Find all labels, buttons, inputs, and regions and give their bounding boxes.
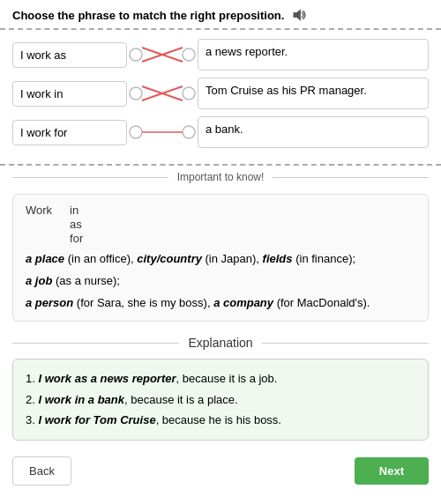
match-right-2: Tom Cruise as his PR manager. (198, 78, 429, 109)
matching-row-1: I work as a news reporter. (12, 39, 429, 70)
important-section: Important to know! (0, 166, 441, 189)
preposition-in: in (70, 204, 83, 217)
next-button[interactable]: Next (355, 457, 429, 485)
explanation-box: 1. I work as a news reporter, because it… (12, 359, 429, 440)
important-line-left (12, 177, 168, 178)
explanation-item-3: 3. I work for Tom Cruise, because he is … (26, 410, 415, 430)
match-connector-3 (127, 116, 198, 148)
important-text: Important to know! (168, 171, 273, 183)
svg-point-2 (183, 48, 195, 61)
match-right-3: a bank. (198, 116, 429, 148)
match-right-1: a news reporter. (198, 39, 429, 70)
grammar-header: Work in as for (26, 204, 415, 245)
explanation-item-1: 1. I work as a news reporter, because it… (26, 368, 415, 389)
matching-section: I work as a news reporter. I work in Tom (0, 30, 441, 166)
svg-point-9 (130, 126, 142, 138)
preposition-as: as (70, 218, 83, 231)
speaker-icon[interactable] (291, 7, 307, 23)
svg-point-5 (130, 87, 142, 100)
grammar-prepositions: in as for (70, 204, 83, 245)
explanation-title: Explanation (179, 336, 261, 350)
grammar-box: Work in as for a place (in an office), c… (12, 194, 429, 322)
matching-row-2: I work in Tom Cruise as his PR manager. (12, 78, 429, 109)
instruction-bar: Choose the phrase to match the right pre… (0, 0, 441, 30)
svg-point-1 (130, 48, 142, 61)
back-button[interactable]: Back (12, 456, 71, 485)
instruction-text: Choose the phrase to match the right pre… (12, 9, 284, 22)
grammar-rule-2: a job (as a nurse); (26, 272, 415, 291)
preposition-for: for (70, 232, 83, 245)
match-left-3: I work for (12, 120, 127, 145)
match-connector-1 (127, 39, 198, 70)
grammar-rule-1: a place (in an office), city/country (in… (26, 250, 415, 269)
explanation-item-2: 2. I work in a bank, because it is a pla… (26, 389, 415, 410)
important-line-right (273, 177, 429, 178)
matching-row-3: I work for a bank. (12, 116, 429, 148)
match-left-2: I work in (12, 81, 127, 107)
explanation-line-right (262, 343, 429, 344)
explanation-section: Explanation (0, 327, 441, 355)
svg-point-10 (183, 126, 195, 138)
explanation-line-left (12, 343, 179, 344)
grammar-subject: Work (26, 204, 52, 245)
svg-point-6 (183, 87, 195, 100)
svg-marker-0 (294, 10, 301, 21)
grammar-rule-3: a person (for Sara, she is my boss), a c… (26, 294, 415, 313)
bottom-bar: Back Next (0, 448, 441, 494)
match-left-1: I work as (12, 42, 127, 68)
match-connector-2 (127, 78, 198, 109)
